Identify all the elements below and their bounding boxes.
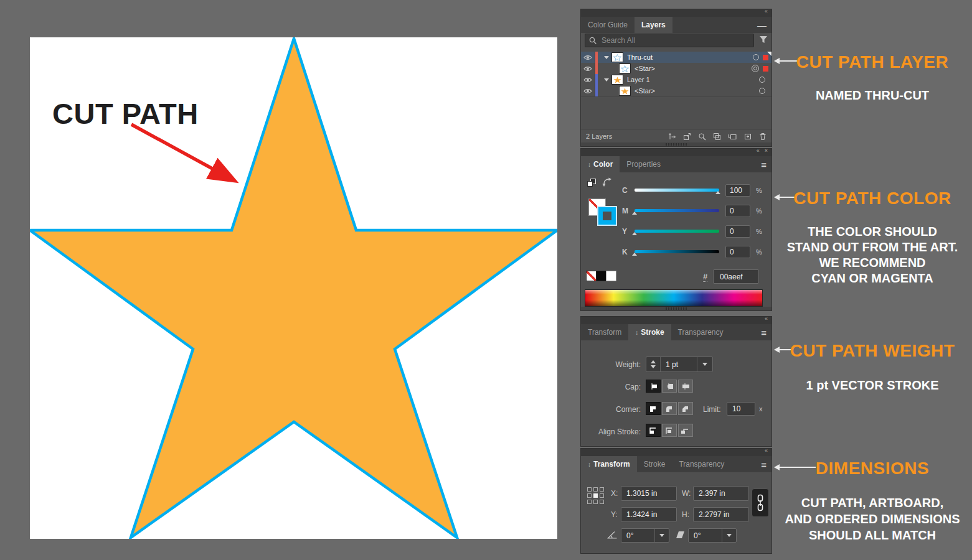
annotation-body: THE COLOR SHOULD STAND OUT FROM THE ART.…	[778, 224, 966, 286]
rotate-dropdown[interactable]	[655, 534, 669, 537]
visibility-toggle[interactable]	[581, 74, 595, 85]
layer-row-thru-cut[interactable]: Thru-cut	[581, 52, 771, 63]
panel-resize-grip[interactable]	[581, 142, 771, 146]
stroke-panel-titlebar: «	[581, 317, 771, 324]
cap-round-button[interactable]	[662, 380, 677, 393]
align-center-button[interactable]	[646, 424, 661, 437]
collapse-icon[interactable]: «	[765, 8, 768, 14]
white-swatch[interactable]	[606, 271, 616, 281]
menu-icon[interactable]: ≡	[761, 156, 767, 172]
clipping-mask-icon[interactable]	[713, 133, 721, 141]
corner-miter-button[interactable]	[646, 402, 661, 415]
selection-square[interactable]	[763, 66, 768, 72]
rotate-field[interactable]: 0°	[621, 528, 669, 543]
tab-transform[interactable]: Transform	[581, 324, 628, 340]
cap-butt-button[interactable]	[646, 380, 661, 393]
close-icon[interactable]: ×	[765, 147, 768, 154]
layer-row-star-cut[interactable]: <Star>	[581, 63, 771, 75]
weight-stepper[interactable]: 1 pt	[646, 357, 713, 372]
filter-icon[interactable]	[759, 35, 768, 44]
tab-transform[interactable]: ↕Transform	[581, 456, 637, 472]
target-double-circle-icon[interactable]	[752, 65, 759, 72]
panel-resize-grip[interactable]	[581, 307, 771, 310]
tab-color[interactable]: ↕Color	[581, 156, 620, 172]
constrain-link-icon[interactable]	[752, 488, 769, 517]
black-value-field[interactable]: 0	[725, 246, 750, 258]
slider-thumb[interactable]	[632, 232, 637, 235]
slider-thumb[interactable]	[632, 212, 637, 215]
tab-transparency[interactable]: Transparency	[671, 324, 730, 340]
cap-projecting-button[interactable]	[678, 380, 693, 393]
visibility-toggle[interactable]	[581, 52, 595, 63]
y-field[interactable]: 1.3424 in	[621, 507, 677, 522]
magenta-value-field[interactable]: 0	[725, 205, 750, 217]
locate-object-icon[interactable]	[668, 133, 676, 141]
chevron-down-icon[interactable]	[604, 56, 609, 59]
align-outside-button[interactable]	[678, 424, 693, 437]
zoom-icon[interactable]	[698, 133, 706, 141]
menu-icon[interactable]: ≡	[761, 324, 767, 340]
weight-dropdown[interactable]	[697, 363, 712, 366]
h-field[interactable]: 2.2797 in	[693, 507, 749, 522]
collapse-icon[interactable]: «	[765, 447, 768, 454]
visibility-toggle[interactable]	[581, 63, 595, 74]
x-field[interactable]: 1.3015 in	[621, 486, 677, 501]
weight-value[interactable]: 1 pt	[661, 360, 697, 369]
limit-field[interactable]: 10	[727, 402, 755, 416]
layer-thumbnail[interactable]	[619, 86, 631, 96]
tab-properties[interactable]: Properties	[620, 156, 668, 172]
tab-stroke[interactable]: Stroke	[637, 456, 672, 472]
layer-thumbnail[interactable]	[611, 75, 623, 85]
target-circle-icon[interactable]	[753, 54, 759, 60]
hex-value-field[interactable]: 00aeef	[713, 269, 759, 284]
corner-round-button[interactable]	[662, 402, 677, 415]
target-circle-icon[interactable]	[759, 77, 765, 83]
black-swatch[interactable]	[596, 271, 606, 281]
layer-row-star-art[interactable]: <Star>	[581, 85, 771, 97]
none-swatch[interactable]	[586, 271, 597, 281]
magenta-slider[interactable]	[635, 209, 719, 212]
collapse-icon[interactable]: «	[757, 147, 760, 154]
collapse-icon[interactable]: «	[765, 315, 768, 322]
color-spectrum-bar[interactable]	[585, 289, 763, 307]
shear-field[interactable]: 0°	[688, 528, 737, 543]
new-sublayer-icon[interactable]	[728, 133, 737, 141]
search-input[interactable]	[600, 35, 727, 45]
tab-stroke[interactable]: ↕Stroke	[628, 324, 671, 340]
w-field[interactable]: 2.397 in	[693, 486, 749, 501]
reference-point-grid[interactable]	[587, 487, 604, 504]
shear-dropdown[interactable]	[722, 534, 736, 537]
layer-thumbnail[interactable]	[619, 63, 631, 73]
tab-transparency[interactable]: Transparency	[672, 456, 731, 472]
slider-thumb[interactable]	[632, 253, 637, 256]
step-up-icon[interactable]	[651, 360, 656, 363]
annotation-body: 1 pt VECTOR STROKE	[778, 378, 966, 393]
tab-color-guide[interactable]: Color Guide	[581, 17, 635, 33]
trash-icon[interactable]	[759, 133, 767, 141]
yellow-slider[interactable]	[635, 230, 719, 233]
y-label: Y:	[611, 510, 618, 519]
corner-bevel-button[interactable]	[678, 402, 693, 415]
panel-cycle-icon[interactable]: ↕	[588, 161, 591, 168]
visibility-toggle[interactable]	[581, 85, 595, 96]
layer-thumbnail[interactable]	[611, 52, 623, 62]
new-layer-icon[interactable]	[743, 133, 752, 141]
menu-icon[interactable]: ≡	[761, 456, 767, 472]
panel-cycle-icon[interactable]: ↕	[588, 461, 591, 468]
cyan-value-field[interactable]: 100	[725, 184, 750, 197]
target-circle-icon[interactable]	[759, 88, 765, 94]
chevron-down-icon[interactable]	[604, 78, 609, 82]
black-slider[interactable]	[635, 250, 719, 253]
panel-cycle-icon[interactable]: ↕	[635, 329, 638, 336]
collect-export-icon[interactable]	[683, 133, 691, 141]
slider-thumb[interactable]	[715, 191, 720, 194]
cyan-slider[interactable]	[635, 189, 719, 192]
step-down-icon[interactable]	[651, 365, 656, 368]
layer-search[interactable]	[585, 34, 754, 47]
annotation-title: CUT PATH WEIGHT	[778, 341, 966, 361]
layer-row-layer1[interactable]: Layer 1	[581, 74, 771, 86]
tab-layers[interactable]: Layers	[635, 17, 672, 33]
yellow-value-field[interactable]: 0	[725, 225, 750, 238]
align-inside-button[interactable]	[662, 424, 677, 437]
minimize-icon[interactable]: —	[757, 17, 767, 33]
